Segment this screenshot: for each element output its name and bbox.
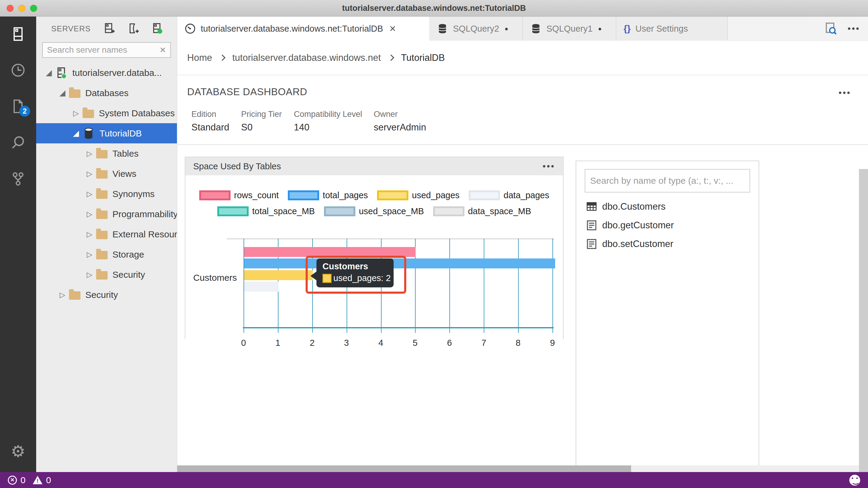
horizontal-scrollbar[interactable] xyxy=(177,465,859,472)
object-item-label: dbo.getCustomer xyxy=(602,220,674,231)
tree-item-external-resour[interactable]: ▷External Resour... xyxy=(36,224,177,244)
tree-item-security[interactable]: ▷Security xyxy=(36,264,177,285)
activity-item-source-control[interactable] xyxy=(10,170,27,187)
tab-user-settings[interactable]: {}User Settings xyxy=(616,17,728,41)
legend-label: data_space_MB xyxy=(468,206,531,216)
tab-sqlquery2[interactable]: SQLQuery2● xyxy=(430,17,523,41)
gridline-9 xyxy=(553,238,553,333)
clear-search-icon[interactable]: ✕ xyxy=(159,45,166,55)
property-edition: EditionStandard xyxy=(191,110,241,133)
legend-swatch-data-space-mb xyxy=(433,206,464,216)
legend-label: data_pages xyxy=(504,190,550,200)
object-item-dbo-customers[interactable]: dbo.Customers xyxy=(576,197,758,216)
new-server-group-icon[interactable] xyxy=(127,22,140,35)
gridline-6 xyxy=(450,238,450,333)
vertical-scrollbar[interactable] xyxy=(859,169,868,472)
legend-item-data-pages: data_pages xyxy=(469,190,550,200)
tab-close-icon[interactable]: ✕ xyxy=(389,24,396,34)
tree-item-tables[interactable]: ▷Tables xyxy=(36,143,177,164)
tree-item-synonyms[interactable]: ▷Synonyms xyxy=(36,184,177,204)
widget-more-actions-icon[interactable]: ••• xyxy=(543,161,555,171)
tree-item-storage[interactable]: ▷Storage xyxy=(36,244,177,264)
expanded-twistie-icon[interactable]: ◢ xyxy=(70,129,82,138)
tree-item-system-databases[interactable]: ▷System Databases xyxy=(36,103,177,123)
dirty-indicator-icon: ● xyxy=(598,25,601,32)
open-preview-icon[interactable] xyxy=(824,22,838,36)
legend-item-used-pages: used_pages xyxy=(377,190,460,200)
activity-item-task-history[interactable] xyxy=(10,62,27,78)
server-icon xyxy=(56,67,67,79)
sidebar-header: SERVERS xyxy=(36,17,177,41)
dashboard-content: Space Used By Tables ••• rows_counttotal… xyxy=(177,145,868,472)
tree-item-label: Security xyxy=(113,270,145,280)
collapsed-twistie-icon[interactable]: ▷ xyxy=(84,210,96,218)
legend-label: total_pages xyxy=(323,190,368,200)
collapsed-twistie-icon[interactable]: ▷ xyxy=(70,109,82,118)
breadcrumb-item-tutorialserver-database-windows-net[interactable]: tutorialserver.database.windows.net xyxy=(232,53,381,63)
show-active-connections-icon[interactable] xyxy=(151,22,164,35)
collapsed-twistie-icon[interactable]: ▷ xyxy=(84,150,96,158)
close-window-button[interactable] xyxy=(7,5,13,12)
property-label: Pricing Tier xyxy=(241,110,294,119)
object-item-dbo-getcustomer[interactable]: dbo.getCustomer xyxy=(576,216,758,235)
title-bar: tutorialserver.database.windows.net:Tuto… xyxy=(0,0,868,17)
property-value: Standard xyxy=(191,122,241,133)
breadcrumb-item-tutorialdb[interactable]: TutorialDB xyxy=(401,53,445,63)
server-search-box[interactable]: ✕ xyxy=(42,42,171,58)
server-search-input[interactable] xyxy=(47,45,159,55)
collapsed-twistie-icon[interactable]: ▷ xyxy=(84,270,96,279)
window-title: tutorialserver.database.windows.net:Tuto… xyxy=(342,4,526,13)
gridline-7 xyxy=(484,238,484,333)
minimize-window-button[interactable] xyxy=(19,5,25,12)
horizontal-scrollbar-thumb[interactable] xyxy=(177,465,631,472)
tree-item-label: Synonyms xyxy=(113,189,155,199)
activity-item-search[interactable] xyxy=(10,134,27,151)
property-pricing-tier: Pricing TierS0 xyxy=(241,110,294,133)
tree-item-security[interactable]: ▷Security xyxy=(36,285,177,305)
tab-tutorialserver-database-windows-net-tutorialdb[interactable]: tutorialserver.database.windows.net:Tuto… xyxy=(177,17,430,41)
settings-gear-icon[interactable]: ⚙ xyxy=(11,443,25,459)
legend-item-total-pages: total_pages xyxy=(288,190,368,200)
collapsed-twistie-icon[interactable]: ▷ xyxy=(84,190,96,198)
warnings-icon[interactable]: ! xyxy=(33,476,42,484)
expanded-twistie-icon[interactable]: ◢ xyxy=(56,88,68,98)
activity-item-servers[interactable] xyxy=(10,26,27,42)
object-item-label: dbo.Customers xyxy=(602,201,665,212)
errors-icon[interactable]: ✕ xyxy=(8,476,17,485)
bar-data-pages[interactable] xyxy=(244,282,278,292)
tree-item-databases[interactable]: ◢Databases xyxy=(36,83,177,103)
dashboard-more-actions-icon[interactable]: ••• xyxy=(839,88,851,98)
tab-sqlquery1[interactable]: SQLQuery1● xyxy=(523,17,616,41)
expanded-twistie-icon[interactable]: ◢ xyxy=(43,68,55,77)
tree-item-programmability[interactable]: ▷Programmability xyxy=(36,204,177,224)
folder-icon xyxy=(96,209,107,219)
tree-item-views[interactable]: ▷Views xyxy=(36,164,177,184)
feedback-smiley-icon[interactable] xyxy=(849,475,860,486)
collapsed-twistie-icon[interactable]: ▷ xyxy=(84,250,96,259)
tree-item-tutorialserver-databa[interactable]: ◢tutorialserver.databa... xyxy=(36,63,177,83)
object-search-input[interactable] xyxy=(590,175,745,186)
collapsed-twistie-icon[interactable]: ▷ xyxy=(56,291,68,299)
new-connection-icon[interactable] xyxy=(103,22,116,35)
zoom-window-button[interactable] xyxy=(30,5,37,12)
y-category-label: Customers xyxy=(189,272,237,283)
database-tab-icon xyxy=(437,23,448,34)
collapsed-twistie-icon[interactable]: ▷ xyxy=(84,230,96,238)
editor-actions: ••• xyxy=(824,17,868,40)
collapsed-twistie-icon[interactable]: ▷ xyxy=(84,170,96,178)
object-item-dbo-setcustomer[interactable]: dbo.setCustomer xyxy=(576,235,758,253)
breadcrumb-item-home[interactable]: Home xyxy=(187,53,212,63)
activity-item-open-editors[interactable]: 2 xyxy=(10,98,27,115)
warning-count: 0 xyxy=(46,475,51,485)
object-search-widget: dbo.Customersdbo.getCustomerdbo.setCusto… xyxy=(576,161,759,467)
legend-swatch-data-pages xyxy=(469,190,500,200)
tab-label: SQLQuery2 xyxy=(453,24,499,34)
tree-item-tutorialdb[interactable]: ◢TutorialDB xyxy=(36,123,177,143)
space-used-widget: Space Used By Tables ••• rows_counttotal… xyxy=(185,157,564,339)
property-owner: OwnerserverAdmin xyxy=(374,110,464,133)
chart-legend-row-2: total_space_MBused_space_MBdata_space_MB xyxy=(185,206,563,216)
bar-used-pages[interactable] xyxy=(244,270,313,280)
table-icon xyxy=(585,200,598,213)
object-search-box[interactable] xyxy=(585,169,750,193)
more-actions-icon[interactable]: ••• xyxy=(848,24,860,33)
